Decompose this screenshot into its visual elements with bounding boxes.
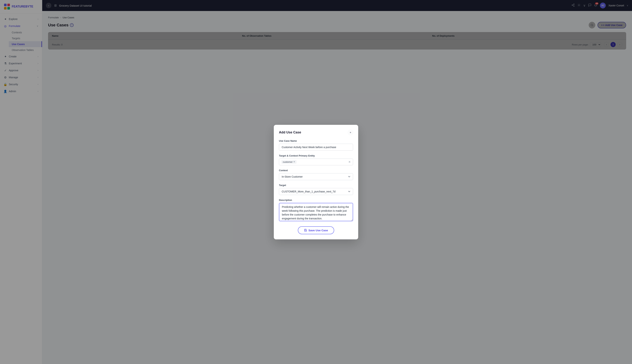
modal-close-button[interactable]: ✕ bbox=[348, 130, 353, 135]
customer-tag-remove[interactable]: ✕ bbox=[293, 160, 295, 163]
description-label: Description bbox=[279, 199, 353, 202]
context-group: Context In-Store Customer bbox=[279, 169, 353, 180]
modal-footer: Save Use Case bbox=[279, 226, 353, 234]
save-use-case-button[interactable]: Save Use Case bbox=[298, 226, 334, 234]
target-select[interactable]: CUSTOMER_More_than_1_purchase_next_7d bbox=[279, 188, 353, 195]
customer-tag: customer ✕ bbox=[281, 160, 297, 164]
use-case-name-label: Use Case Name bbox=[279, 140, 353, 142]
save-icon bbox=[304, 229, 307, 232]
target-group: Target CUSTOMER_More_than_1_purchase_nex… bbox=[279, 184, 353, 195]
context-select[interactable]: In-Store Customer bbox=[279, 173, 353, 180]
primary-entity-label: Target & Context Primary Entity bbox=[279, 154, 353, 157]
entity-clear-button[interactable]: ✕ bbox=[348, 160, 351, 164]
save-use-case-label: Save Use Case bbox=[308, 229, 328, 232]
description-textarea[interactable]: Predicting whether a customer will remai… bbox=[279, 203, 353, 221]
context-label: Context bbox=[279, 169, 353, 172]
use-case-name-group: Use Case Name bbox=[279, 140, 353, 151]
modal-overlay: Add Use Case ✕ Use Case Name Target & Co… bbox=[0, 0, 632, 364]
use-case-name-input[interactable] bbox=[279, 144, 353, 151]
add-use-case-modal: Add Use Case ✕ Use Case Name Target & Co… bbox=[274, 125, 358, 239]
primary-entity-input[interactable]: customer ✕ ✕ bbox=[279, 158, 353, 165]
primary-entity-group: Target & Context Primary Entity customer… bbox=[279, 154, 353, 165]
description-group: Description Predicting whether a custome… bbox=[279, 199, 353, 222]
target-label: Target bbox=[279, 184, 353, 186]
modal-title: Add Use Case bbox=[279, 130, 301, 134]
customer-tag-label: customer bbox=[283, 160, 293, 163]
modal-header: Add Use Case ✕ bbox=[279, 130, 353, 135]
